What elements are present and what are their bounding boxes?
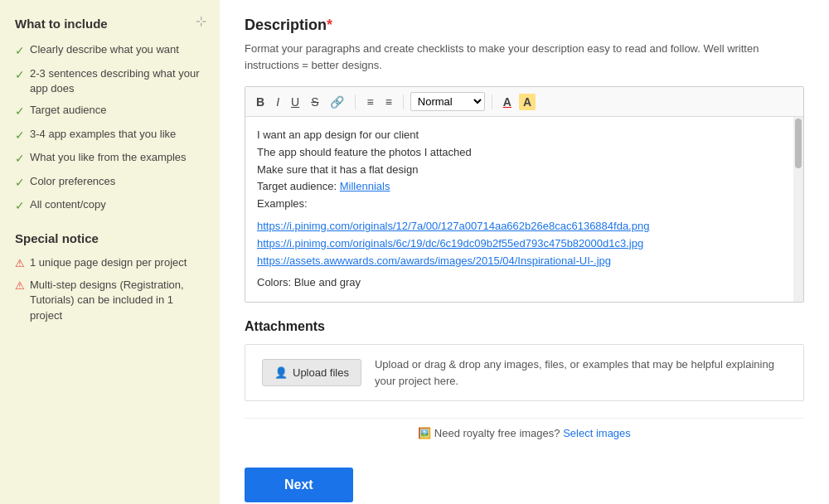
main-content: Description* Format your paragraphs and …: [220, 0, 829, 504]
target-audience-prefix: Target audience:: [257, 180, 340, 192]
highlight-button[interactable]: A: [519, 94, 536, 110]
notice-item: ⚠ Multi-step designs (Registration, Tuto…: [15, 278, 205, 323]
bold-button[interactable]: B: [252, 94, 269, 110]
ordered-list-button[interactable]: ≡: [362, 94, 377, 110]
list-item: ✓ What you like from the examples: [15, 150, 205, 167]
sidebar-checklist: ✓ Clearly describe what you want ✓ 2-3 s…: [15, 42, 205, 215]
check-icon: ✓: [15, 198, 25, 215]
list-item: ✓ Target audience: [15, 103, 205, 120]
example-link-2[interactable]: https://i.pinimg.com/originals/6c/19/dc/…: [257, 237, 643, 250]
list-item-label: Color preferences: [30, 174, 115, 189]
toolbar-divider-2: [403, 94, 404, 109]
upload-description: Upload or drag & drop any images, files,…: [375, 356, 787, 389]
toolbar-divider-3: [492, 94, 492, 109]
list-item-label: 2-3 sentences describing what your app d…: [30, 66, 205, 96]
special-notice: Special notice ⚠ 1 unique page design pe…: [15, 231, 205, 323]
list-item-label: 3-4 app examples that you like: [30, 127, 176, 142]
example-link-1[interactable]: https://i.pinimg.com/originals/12/7a/00/…: [257, 220, 649, 232]
editor-line-2: The app should feature the photos I atta…: [257, 144, 649, 162]
example-link-3[interactable]: https://assets.awwwards.com/awards/image…: [257, 254, 611, 267]
format-select[interactable]: Normal Heading 1 Heading 2 Heading 3: [410, 92, 485, 111]
editor-line-6: Colors: Blue and gray: [257, 274, 649, 292]
royalty-text: Need royalty free images?: [434, 427, 560, 439]
list-item-label: What you like from the examples: [30, 150, 187, 165]
link-button[interactable]: 🔗: [326, 94, 348, 110]
check-icon: ✓: [15, 151, 25, 167]
editor-line-4: Target audience: Millennials: [257, 178, 649, 196]
check-icon: ✓: [15, 175, 25, 191]
section-subtitle: Format your paragraphs and create checkl…: [245, 41, 804, 73]
underline-button[interactable]: U: [287, 94, 303, 110]
next-button[interactable]: Next: [245, 468, 353, 502]
millennials-link[interactable]: Millennials: [340, 180, 390, 192]
attachments-section: Attachments 👤 Upload files Upload or dra…: [245, 319, 804, 401]
check-icon: ✓: [15, 43, 25, 60]
editor-scrollbar[interactable]: [793, 117, 803, 302]
royalty-image-icon: 🖼️: [418, 427, 431, 439]
editor-body[interactable]: I want an app design for our client The …: [245, 117, 661, 302]
notice-item-label: Multi-step designs (Registration, Tutori…: [30, 278, 205, 323]
warning-icon: ⚠: [15, 279, 25, 293]
notice-item-label: 1 unique page design per project: [30, 255, 187, 270]
description-editor[interactable]: B I U S 🔗 ≡ ≡ Normal Heading 1 Heading 2…: [245, 86, 804, 303]
toolbar-divider: [355, 94, 356, 109]
list-item-label: All content/copy: [30, 197, 106, 212]
font-color-button[interactable]: A: [499, 94, 516, 110]
drag-icon: ⊹: [196, 13, 206, 29]
upload-btn-label: Upload files: [293, 366, 349, 379]
list-item: ✓ 3-4 app examples that you like: [15, 127, 205, 144]
upload-icon: 👤: [274, 366, 288, 379]
warning-icon: ⚠: [15, 256, 25, 271]
list-item: ✓ All content/copy: [15, 197, 205, 215]
list-item-label: Clearly describe what you want: [30, 42, 179, 57]
editor-line-1: I want an app design for our client: [257, 127, 649, 144]
check-icon: ✓: [15, 104, 25, 120]
list-item: ✓ Color preferences: [15, 174, 205, 191]
upload-files-button[interactable]: 👤 Upload files: [262, 359, 361, 386]
sidebar: ⊹ What to include ✓ Clearly describe wha…: [0, 0, 220, 504]
select-images-link[interactable]: Select images: [563, 427, 631, 439]
editor-line-3: Make sure that it has a flat design: [257, 162, 649, 179]
royalty-section: 🖼️ Need royalty free images? Select imag…: [245, 418, 804, 448]
list-item: ✓ Clearly describe what you want: [15, 42, 205, 60]
editor-line-5: Examples:: [257, 196, 649, 213]
required-marker: *: [327, 17, 332, 33]
editor-toolbar: B I U S 🔗 ≡ ≡ Normal Heading 1 Heading 2…: [245, 87, 803, 117]
editor-body-wrapper[interactable]: I want an app design for our client The …: [245, 117, 803, 302]
list-item-label: Target audience: [30, 103, 107, 118]
attachments-title: Attachments: [245, 319, 804, 334]
unordered-list-button[interactable]: ≡: [381, 94, 396, 110]
special-notice-title: Special notice: [15, 231, 205, 245]
check-icon: ✓: [15, 128, 25, 144]
check-icon: ✓: [15, 67, 25, 84]
notice-list: ⚠ 1 unique page design per project ⚠ Mul…: [15, 255, 205, 323]
sidebar-title: What to include: [15, 17, 205, 31]
page-title: Description*: [245, 17, 804, 34]
scrollbar-thumb: [795, 119, 802, 168]
notice-item: ⚠ 1 unique page design per project: [15, 255, 205, 271]
strikethrough-button[interactable]: S: [307, 94, 322, 110]
next-button-wrapper: Next: [245, 468, 804, 502]
italic-button[interactable]: I: [272, 94, 284, 110]
editor-links-block: https://i.pinimg.com/originals/12/7a/00/…: [257, 218, 649, 269]
list-item: ✓ 2-3 sentences describing what your app…: [15, 66, 205, 96]
attachments-box: 👤 Upload files Upload or drag & drop any…: [245, 344, 804, 401]
